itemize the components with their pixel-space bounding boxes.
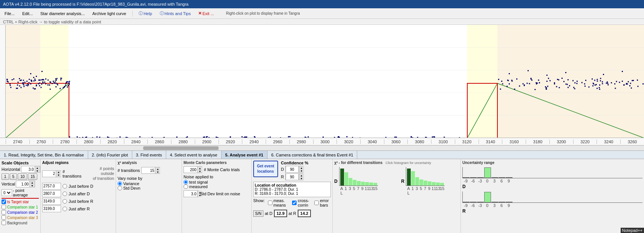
data-point xyxy=(633,80,634,81)
region-val-0[interactable] xyxy=(42,183,61,190)
d-conf-input[interactable] xyxy=(286,166,299,173)
chi2-transitions-input[interactable] xyxy=(142,167,155,173)
transitions-up-btn[interactable]: ▲ xyxy=(56,171,61,174)
target-star-checkbox[interactable] xyxy=(2,199,6,204)
vertical-input[interactable] xyxy=(16,181,29,187)
help-menu[interactable]: ⓘ Help xyxy=(136,10,155,17)
region-radio-2[interactable] xyxy=(63,199,67,204)
scrollbar-thumb[interactable] xyxy=(143,146,219,150)
background-checkbox[interactable] xyxy=(2,221,6,225)
exit-menu[interactable]: ✕ Exit ... xyxy=(195,10,217,17)
region-radio-0[interactable] xyxy=(63,184,67,189)
region-radio-1[interactable] xyxy=(63,192,67,196)
cross-corrin-row: cross-corrin xyxy=(292,198,311,207)
edit-menu[interactable]: Edit... xyxy=(19,11,36,17)
tab-1[interactable]: 1. Read, Integrity, Set time, Bin & norm… xyxy=(0,151,88,159)
r-conf-down-btn[interactable]: ▼ xyxy=(299,177,304,180)
transitions-down-btn[interactable]: ▼ xyxy=(56,174,61,177)
chart-area[interactable] xyxy=(0,25,644,138)
svg-rect-27 xyxy=(30,73,31,74)
d-histogram[interactable]: AL 1 3 5 7 9 11 13 15 xyxy=(339,167,378,195)
zoom-1-btn[interactable]: 1 xyxy=(2,173,9,180)
tab-4[interactable]: 4. Select event to analyse xyxy=(166,151,222,159)
vertical-up-btn[interactable]: ▲ xyxy=(29,181,35,184)
test-signal-label: test signal xyxy=(189,180,208,184)
meas-means-checkbox[interactable] xyxy=(268,201,272,205)
r-conf-spinner[interactable]: ▲ ▼ xyxy=(285,173,303,180)
star-diameter-menu[interactable]: Star diameter analysis... xyxy=(37,11,88,17)
sn-label[interactable]: S/N xyxy=(253,210,263,217)
tab-5-analyse[interactable]: 5. Analyse event #1 xyxy=(222,151,268,159)
data-point xyxy=(60,88,61,89)
tab-3[interactable]: 3. Find events xyxy=(132,151,166,159)
hint-text: CTRL + Right-click → to toggle validity … xyxy=(3,20,101,24)
hints-menu[interactable]: ⓘ Hints and Tips xyxy=(157,10,194,17)
region-label-3: Just after R xyxy=(69,207,90,211)
d-conf-down-btn[interactable]: ▼ xyxy=(299,169,304,172)
offset-select[interactable]: 0 xyxy=(2,189,12,196)
event-top: Get eventlocations Confidence % D ▲ ▼ R xyxy=(253,161,331,180)
region-val-2[interactable] xyxy=(42,198,61,205)
vertical-down-btn[interactable]: ▼ xyxy=(29,184,35,187)
data-point xyxy=(20,80,21,81)
transitions-spinner[interactable]: ▲ ▼ xyxy=(42,170,61,177)
data-point xyxy=(557,79,558,80)
vertical-spinner[interactable]: ▲ ▼ xyxy=(16,181,35,187)
comp2-row: Comparison star 2 xyxy=(2,210,39,215)
comp1-checkbox[interactable] xyxy=(2,205,6,209)
cross-corrin-checkbox[interactable] xyxy=(292,201,297,205)
chi2-transitions-down-btn[interactable]: ▼ xyxy=(155,170,160,173)
d-conf-spinner[interactable]: ▲ ▼ xyxy=(285,166,303,173)
confidence-label: Confidence % xyxy=(281,161,309,165)
mc-trials-label: # Monte Carlo trials xyxy=(204,167,240,172)
stddev-radio[interactable] xyxy=(118,186,122,190)
mc-stddev-input[interactable] xyxy=(184,191,197,197)
variance-radio[interactable] xyxy=(118,181,122,186)
chi2-transitions-spinner[interactable]: ▲ ▼ xyxy=(141,167,160,174)
data-point xyxy=(31,81,32,82)
region-val-1[interactable] xyxy=(42,190,61,197)
horizontal-label: Horizontal xyxy=(2,167,20,172)
transitions-input[interactable] xyxy=(43,171,56,177)
r-bar-11 xyxy=(432,182,436,185)
horizontal-up-btn[interactable]: ▲ xyxy=(35,166,40,169)
measured-radio[interactable] xyxy=(184,184,188,189)
data-point xyxy=(230,136,231,138)
chi2-analysis-panel: χ² analysis # transitions ▲ ▼ Vary noise… xyxy=(116,159,182,233)
d-histogram-section: D xyxy=(334,167,392,195)
bottom-panel: Scale Objects Horizontal ▲ ▼ 1 5 10 15 V… xyxy=(0,159,644,233)
region-radio-3[interactable] xyxy=(63,207,67,211)
r-conf-up-btn[interactable]: ▲ xyxy=(299,174,304,177)
tab-2[interactable]: 2. (info) Fourier plot xyxy=(88,151,132,159)
mc-stddev-spinner[interactable]: ▲ ▼ xyxy=(184,190,199,197)
test-signal-radio[interactable] xyxy=(184,180,188,184)
data-point xyxy=(66,82,67,83)
r-unc-bar-6 xyxy=(499,202,505,202)
scrollbar-area[interactable] xyxy=(0,146,644,151)
data-point xyxy=(27,84,28,85)
mc-trials-down-btn[interactable]: ▼ xyxy=(197,170,202,173)
r-conf-input[interactable] xyxy=(286,173,299,180)
archive-menu[interactable]: Archive light curve xyxy=(89,11,129,17)
tab-6-camera[interactable]: 6. Camera corrections & final times Even… xyxy=(268,151,358,159)
svg-rect-39 xyxy=(569,85,570,86)
mc-trials-spinner[interactable]: ▲ ▼ xyxy=(184,166,202,173)
horizontal-down-btn[interactable]: ▼ xyxy=(35,169,40,172)
zoom-15-btn[interactable]: 15 xyxy=(28,173,37,180)
r-histogram[interactable]: AL 1 3 5 7 9 11 13 15 xyxy=(406,167,445,195)
mc-trials-input[interactable] xyxy=(184,167,197,173)
error-bars-checkbox[interactable] xyxy=(314,201,319,205)
file-menu[interactable]: File... xyxy=(2,11,18,17)
zoom-10-btn[interactable]: 10 xyxy=(18,173,27,180)
zoom-5-btn[interactable]: 5 xyxy=(10,173,17,180)
chi2-transitions-up-btn[interactable]: ▲ xyxy=(155,167,160,170)
region-val-3[interactable] xyxy=(42,205,61,212)
horizontal-spinner[interactable]: ▲ ▼ xyxy=(21,166,40,173)
mc-trials-up-btn[interactable]: ▲ xyxy=(197,167,202,170)
d-conf-up-btn[interactable]: ▲ xyxy=(299,166,304,169)
horizontal-input[interactable] xyxy=(21,166,35,172)
comp2-checkbox[interactable] xyxy=(2,210,6,215)
data-point xyxy=(23,80,24,81)
get-locations-btn[interactable]: Get eventlocations xyxy=(253,161,278,177)
comp3-checkbox[interactable] xyxy=(2,215,6,220)
